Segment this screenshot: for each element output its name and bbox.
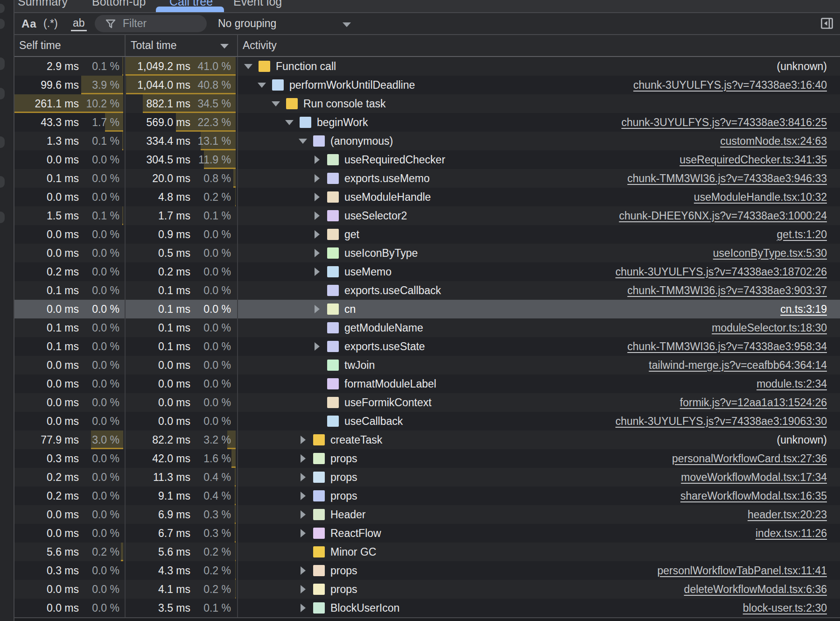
expand-closed-arrow-icon[interactable] — [313, 193, 321, 201]
tree-row[interactable]: 0.0 ms0.0 %0.0 ms0.0 %useFormikContextfo… — [14, 393, 840, 412]
tree-row[interactable]: 0.0 ms0.0 %0.9 ms0.0 %getget.ts:1:20 — [14, 225, 840, 244]
tree-row[interactable]: 0.0 ms0.0 %3.5 ms0.1 %BlockUserIconblock… — [14, 599, 840, 617]
tree-row[interactable]: 0.1 ms0.0 %0.1 ms0.0 %exports.useStatech… — [14, 337, 840, 356]
tab-bottom-up[interactable]: Bottom-up — [92, 0, 146, 8]
tree-row[interactable]: 0.0 ms0.0 %304.5 ms11.9 %useRequiredChec… — [14, 150, 840, 169]
tree-row[interactable]: 1.5 ms0.1 %1.7 ms0.1 %useSelector2chunk-… — [14, 206, 840, 225]
activity-label: props — [330, 490, 357, 502]
source-location-link[interactable]: useRequiredChecker.ts:341:35 — [679, 154, 840, 166]
activity-label: useFormikContext — [344, 396, 432, 409]
source-location-link[interactable]: header.tsx:20:23 — [748, 508, 840, 521]
tree-row[interactable]: 0.0 ms0.0 %4.1 ms0.2 %propsdeleteWorkflo… — [14, 580, 840, 599]
grouping-select[interactable]: No grouping — [218, 13, 276, 34]
expand-closed-arrow-icon[interactable] — [313, 305, 321, 313]
tab-summary[interactable]: Summary — [18, 0, 68, 8]
tree-row[interactable]: 2.9 ms0.1 %1,049.2 ms41.0 %Function call… — [14, 57, 840, 76]
tree-row[interactable]: 0.0 ms0.0 %0.0 ms0.0 %twJointailwind-mer… — [14, 356, 840, 374]
source-location-link[interactable]: chunk-3UYULFYS.js?v=74338ae3:8416:25 — [622, 116, 840, 129]
regex-button[interactable]: (.*) — [43, 13, 58, 34]
expand-open-arrow-icon[interactable] — [272, 99, 280, 108]
self-time-cell: 0.0 ms0.0 % — [14, 505, 126, 524]
tree-row[interactable]: 0.0 ms0.0 %0.5 ms0.0 %useIconByTypeuseIc… — [14, 244, 840, 262]
source-location-link[interactable]: cn.ts:3:19 — [780, 303, 840, 316]
source-location-link[interactable]: chunk-TMM3WI36.js?v=74338ae3:903:37 — [627, 284, 840, 297]
tree-row[interactable]: 0.1 ms0.0 %20.0 ms0.8 %exports.useMemoch… — [14, 169, 840, 188]
tree-row[interactable]: 0.0 ms0.0 %6.7 ms0.3 %ReactFlowindex.tsx… — [14, 524, 840, 543]
expand-closed-arrow-icon[interactable] — [299, 436, 307, 444]
expand-closed-arrow-icon[interactable] — [299, 492, 307, 500]
expand-closed-arrow-icon[interactable] — [299, 529, 307, 537]
tree-row[interactable]: 0.2 ms0.0 %11.3 ms0.4 %propsmoveWorkflow… — [14, 468, 840, 487]
tree-row[interactable]: 99.6 ms3.9 %1,044.0 ms40.8 %performWorkU… — [14, 76, 840, 94]
grouping-dropdown-arrow-icon[interactable] — [343, 22, 351, 27]
column-header-activity[interactable]: Activity — [238, 35, 840, 56]
tree-row[interactable]: 0.3 ms0.0 %42.0 ms1.6 %propspersonalWork… — [14, 449, 840, 468]
expand-closed-arrow-icon[interactable] — [299, 585, 307, 593]
expand-open-arrow-icon[interactable] — [258, 81, 266, 89]
tab-event-log[interactable]: Event log — [233, 0, 282, 8]
filter-input[interactable] — [122, 17, 198, 30]
source-location-link[interactable]: useIconByType.tsx:5:30 — [713, 247, 840, 260]
source-location-link[interactable]: shareWorkflowModal.tsx:16:35 — [680, 490, 840, 502]
expand-closed-arrow-icon[interactable] — [313, 230, 321, 239]
expand-closed-arrow-icon[interactable] — [313, 249, 321, 257]
expand-closed-arrow-icon[interactable] — [313, 174, 321, 183]
column-header-self-time[interactable]: Self time — [14, 35, 126, 56]
tree-row[interactable]: 0.0 ms0.0 %6.9 ms0.3 %Headerheader.tsx:2… — [14, 505, 840, 524]
source-location-link[interactable]: personalWorkflowCard.tsx:27:36 — [672, 452, 840, 465]
expand-closed-arrow-icon[interactable] — [299, 604, 307, 612]
percent-value: 0.0 % — [79, 565, 119, 577]
tree-row[interactable]: 0.2 ms0.0 %9.1 ms0.4 %propsshareWorkflow… — [14, 487, 840, 505]
source-location-link[interactable]: chunk-3UYULFYS.js?v=74338ae3:18702:26 — [616, 266, 840, 278]
expand-closed-arrow-icon[interactable] — [313, 212, 321, 220]
tree-row[interactable]: 0.1 ms0.0 %0.1 ms0.0 %getModuleNamemodul… — [14, 318, 840, 337]
tree-row[interactable]: 0.0 ms0.0 %0.1 ms0.0 %cncn.ts:3:19 — [14, 300, 840, 318]
expand-open-arrow-icon[interactable] — [285, 118, 294, 127]
whole-word-button[interactable]: ab — [71, 16, 87, 31]
source-location-link[interactable]: formik.js?v=12aa1a13:1524:26 — [680, 396, 840, 409]
match-case-button[interactable]: Aa — [21, 13, 37, 34]
tree-row[interactable]: 0.0 ms0.0 %4.8 ms0.2 %useModuleHandleuse… — [14, 188, 840, 206]
source-location-link[interactable]: moveWorkflowModal.tsx:17:34 — [681, 471, 840, 484]
source-location-link[interactable]: useModuleHandle.tsx:10:32 — [694, 191, 840, 204]
source-location-link[interactable]: chunk-3UYULFYS.js?v=74338ae3:19063:30 — [616, 415, 840, 428]
expand-open-arrow-icon[interactable] — [244, 62, 252, 71]
tree-row[interactable]: 0.3 ms0.0 %4.3 ms0.2 %propspersonlWorkfl… — [14, 561, 840, 580]
tree-row[interactable]: 77.9 ms3.0 %82.2 ms3.2 %createTask(unkno… — [14, 430, 840, 449]
expand-closed-arrow-icon[interactable] — [299, 566, 307, 575]
source-location-link[interactable]: deleteWorkflowModal.tsx:6:36 — [684, 583, 840, 596]
tree-row[interactable]: 1.3 ms0.1 %334.4 ms13.1 %(anonymous)cust… — [14, 132, 840, 150]
activity-cell: propspersonalWorkflowCard.tsx:27:36 — [238, 449, 840, 468]
source-location-link[interactable]: get.ts:1:20 — [777, 228, 840, 241]
expand-open-arrow-icon[interactable] — [299, 137, 307, 145]
tree-row[interactable]: 0.2 ms0.0 %0.2 ms0.0 %useMemochunk-3UYUL… — [14, 262, 840, 281]
percent-value: 0.0 % — [79, 471, 119, 484]
source-location-link[interactable]: chunk-DHEEY6NX.js?v=74338ae3:1000:24 — [619, 210, 840, 222]
tree-row[interactable]: 0.1 ms0.0 %0.1 ms0.0 %exports.useCallbac… — [14, 281, 840, 300]
source-location-link[interactable]: chunk-TMM3WI36.js?v=74338ae3:958:34 — [627, 340, 840, 353]
tree-row[interactable]: 0.0 ms0.0 %0.0 ms0.0 %formatModuleLabelm… — [14, 374, 840, 393]
source-location-link[interactable]: block-user.ts:2:30 — [743, 602, 840, 614]
expand-closed-arrow-icon[interactable] — [299, 510, 307, 519]
sidebar-toggle-icon[interactable] — [820, 17, 833, 30]
expand-closed-arrow-icon[interactable] — [299, 454, 307, 463]
tree-row[interactable]: 43.3 ms1.7 %569.0 ms22.3 %beginWorkchunk… — [14, 113, 840, 132]
expand-closed-arrow-icon[interactable] — [299, 473, 307, 481]
heat-bar — [235, 561, 236, 580]
source-location-link[interactable]: chunk-3UYULFYS.js?v=74338ae3:16:40 — [633, 79, 840, 92]
column-header-total-time[interactable]: Total time — [126, 35, 238, 56]
time-value: 4.1 ms — [158, 583, 190, 596]
source-location-link[interactable]: chunk-TMM3WI36.js?v=74338ae3:946:33 — [627, 172, 840, 185]
source-location-link[interactable]: tailwind-merge.js?v=ceafbb64:364:14 — [649, 359, 840, 372]
expand-closed-arrow-icon[interactable] — [313, 342, 321, 351]
source-location-link[interactable]: module.ts:2:34 — [756, 378, 840, 390]
source-location-link[interactable]: index.tsx:11:26 — [756, 527, 840, 540]
tree-row[interactable]: 261.1 ms10.2 %882.1 ms34.5 %Run console … — [14, 94, 840, 113]
tree-row[interactable]: 0.0 ms0.0 %0.0 ms0.0 %useCallbackchunk-3… — [14, 412, 840, 430]
tree-row[interactable]: 5.6 ms0.2 %5.6 ms0.2 %Minor GC — [14, 543, 840, 561]
source-location-link[interactable]: customNode.tsx:24:63 — [720, 135, 840, 148]
expand-closed-arrow-icon[interactable] — [313, 155, 321, 164]
source-location-link[interactable]: personlWorkflowTabPanel.tsx:11:41 — [657, 565, 840, 577]
expand-closed-arrow-icon[interactable] — [313, 268, 321, 276]
source-location-link[interactable]: moduleSelector.ts:18:30 — [712, 322, 840, 334]
